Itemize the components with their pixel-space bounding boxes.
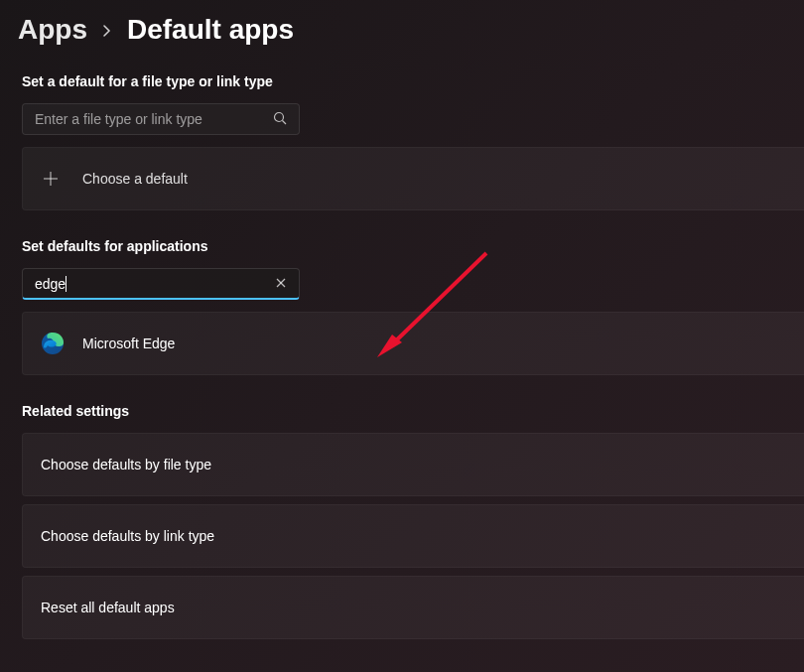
svg-point-0 — [275, 112, 284, 121]
breadcrumb-parent[interactable]: Apps — [18, 14, 87, 46]
app-result-label: Microsoft Edge — [82, 336, 175, 351]
related-link-type[interactable]: Choose defaults by link type — [22, 504, 804, 568]
search-icon — [273, 111, 287, 128]
related-item-label: Reset all default apps — [41, 600, 175, 615]
file-type-search-input[interactable] — [35, 111, 273, 127]
related-file-type[interactable]: Choose defaults by file type — [22, 433, 804, 496]
section-title-applications: Set defaults for applications — [22, 238, 804, 254]
related-item-label: Choose defaults by link type — [41, 528, 214, 544]
section-title-related: Related settings — [22, 403, 804, 419]
edge-app-icon — [41, 332, 65, 355]
close-icon[interactable] — [275, 276, 287, 292]
choose-default-card[interactable]: Choose a default — [22, 147, 804, 210]
chevron-right-icon — [101, 19, 113, 42]
app-result-edge[interactable]: Microsoft Edge — [22, 312, 804, 375]
applications-search-input[interactable]: edge — [35, 276, 275, 292]
plus-icon — [41, 169, 61, 189]
related-item-label: Choose defaults by file type — [41, 457, 211, 472]
choose-default-label: Choose a default — [82, 171, 188, 187]
file-type-search[interactable] — [22, 103, 300, 135]
related-reset-all[interactable]: Reset all default apps — [22, 576, 804, 639]
applications-search[interactable]: edge — [22, 268, 300, 300]
section-title-file-type: Set a default for a file type or link ty… — [22, 73, 804, 89]
breadcrumb: Apps Default apps — [0, 0, 804, 60]
breadcrumb-current: Default apps — [127, 14, 294, 46]
svg-line-1 — [283, 120, 287, 124]
